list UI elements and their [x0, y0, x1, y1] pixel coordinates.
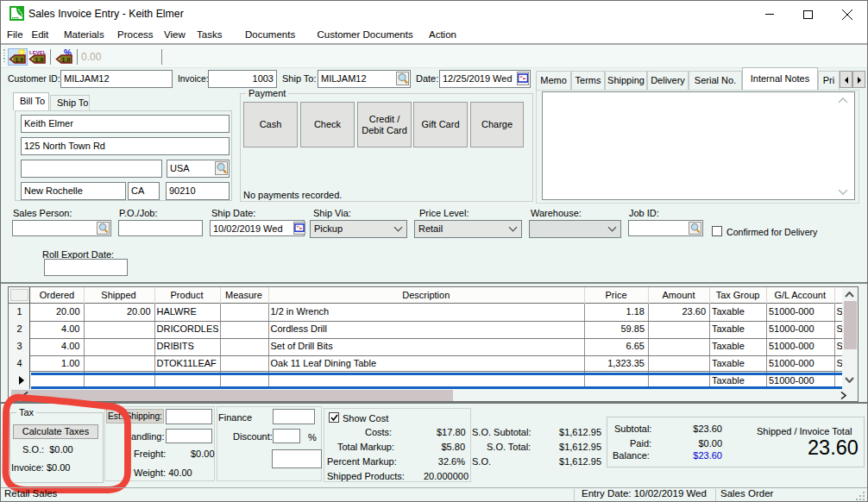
svg-text:1.0: 1.0	[62, 57, 71, 63]
svg-text:1.0: 1.0	[35, 57, 44, 63]
svg-text:LEVEL: LEVEL	[29, 50, 47, 55]
svg-text:1.0: 1.0	[16, 57, 24, 63]
